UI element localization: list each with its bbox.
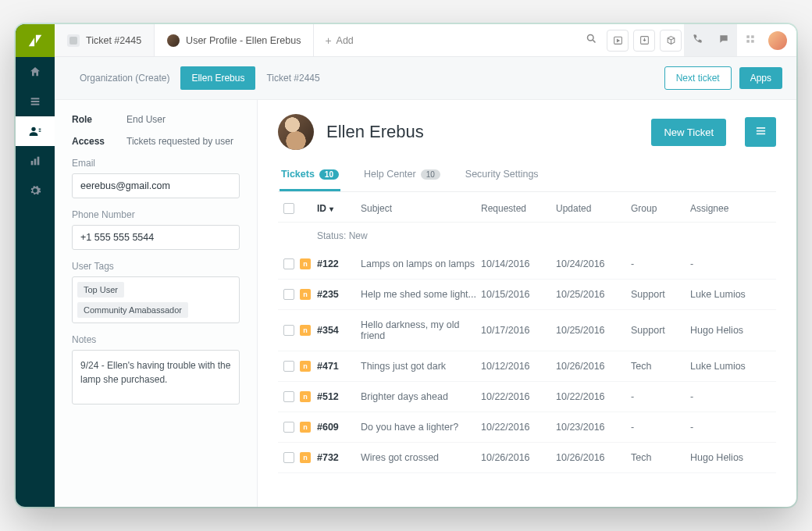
email-label: Email — [72, 158, 240, 169]
toolbar-search[interactable] — [578, 24, 604, 56]
ticket-updated: 10/26/2016 — [556, 452, 631, 463]
ticket-row[interactable]: n#471Things just got dark10/12/201610/26… — [278, 351, 776, 382]
sidebar-reports[interactable] — [16, 146, 55, 176]
tab-add-label: Add — [337, 35, 354, 46]
col-subject[interactable]: Subject — [361, 203, 481, 214]
user-menu-button[interactable] — [745, 117, 776, 147]
ticket-updated: 10/26/2016 — [556, 361, 631, 372]
row-checkbox[interactable] — [283, 452, 294, 463]
ticket-row[interactable]: n#122Lamps on lamps on lamps10/14/201610… — [278, 249, 776, 280]
subtab-user[interactable]: Ellen Erebus — [180, 66, 255, 90]
row-checkbox[interactable] — [283, 361, 294, 372]
ticket-row[interactable]: n#354Hello darkness, my old friend10/17/… — [278, 310, 776, 351]
ticket-updated: 10/25/2016 — [556, 289, 631, 300]
subtab-organization[interactable]: Organization (Create) — [69, 66, 180, 90]
ptab-help-center[interactable]: Help Center 10 — [362, 161, 442, 191]
user-tags-field[interactable]: Top User Community Amabassador — [72, 276, 240, 323]
tab-ticket-2445[interactable]: Ticket #2445 — [55, 24, 155, 56]
col-id[interactable]: ID ▾ — [317, 203, 361, 214]
user-details-panel: Role End User Access Tickets requested b… — [55, 100, 258, 507]
ticket-id: #471 — [317, 361, 361, 372]
role-label: Role — [72, 114, 126, 125]
toolbar-call[interactable] — [684, 24, 710, 56]
tab-user-profile[interactable]: User Profile - Ellen Erebus — [155, 24, 314, 56]
ptab-label: Tickets — [281, 169, 315, 180]
ticket-assignee: Luke Lumios — [690, 361, 776, 372]
tickets-table-header: ID ▾ Subject Requested Updated Group Ass… — [278, 192, 776, 223]
select-all-checkbox[interactable] — [283, 203, 294, 214]
notes-field[interactable]: 9/24 - Ellen's having trouble with the l… — [72, 350, 240, 404]
svg-rect-9 — [69, 37, 77, 45]
row-checkbox[interactable] — [283, 258, 294, 269]
user-avatar[interactable] — [278, 114, 314, 150]
col-group[interactable]: Group — [631, 203, 690, 214]
ticket-status-icon: n — [300, 289, 311, 300]
new-ticket-button[interactable]: New Ticket — [651, 119, 726, 146]
ticket-requested: 10/15/2016 — [481, 289, 556, 300]
toolbar-app1[interactable] — [604, 24, 631, 56]
user-main-panel: Ellen Erebus New Ticket Tickets 10 Help … — [258, 100, 796, 507]
svg-rect-19 — [756, 134, 764, 135]
ticket-subject: Wires got crossed — [361, 452, 481, 463]
ticket-row[interactable]: n#609Do you have a lighter?10/22/201610/… — [278, 412, 776, 443]
ticket-subject: Help me shed some light... — [361, 289, 481, 300]
ticket-status-icon: n — [300, 422, 311, 433]
ptab-help-badge: 10 — [421, 169, 440, 180]
row-checkbox[interactable] — [283, 289, 294, 300]
svg-rect-6 — [31, 161, 34, 165]
tab-add[interactable]: + Add — [314, 24, 364, 56]
package-icon — [660, 30, 682, 52]
ticket-subject: Things just got dark — [361, 361, 481, 372]
col-requested[interactable]: Requested — [481, 203, 556, 214]
ticket-requested: 10/26/2016 — [481, 452, 556, 463]
toolbar-chat[interactable] — [710, 24, 737, 56]
col-assignee[interactable]: Assignee — [690, 203, 776, 214]
svg-rect-17 — [756, 127, 764, 129]
row-checkbox[interactable] — [283, 422, 294, 433]
tag[interactable]: Top User — [77, 282, 124, 298]
ticket-updated: 10/22/2016 — [556, 391, 631, 402]
download-icon — [633, 30, 655, 52]
ptab-security[interactable]: Security Settings — [464, 161, 540, 191]
toolbar-apps-grid[interactable] — [737, 24, 764, 56]
access-label: Access — [72, 136, 126, 147]
ticket-row[interactable]: n#512Brighter days ahead10/22/201610/22/… — [278, 382, 776, 412]
profile-tabs: Tickets 10 Help Center 10 Security Setti… — [278, 161, 776, 192]
tab-bar: Ticket #2445 User Profile - Ellen Erebus… — [55, 24, 796, 57]
tag[interactable]: Community Amabassador — [77, 302, 188, 318]
ticket-row[interactable]: n#235Help me shed some light...10/15/201… — [278, 280, 776, 310]
sidebar-views[interactable] — [16, 87, 55, 116]
chevron-down-icon: ▾ — [329, 205, 333, 213]
toolbar-app3[interactable] — [657, 24, 684, 56]
sidebar-home[interactable] — [16, 57, 55, 87]
user-name: Ellen Erebus — [326, 122, 639, 142]
sidebar-settings[interactable] — [16, 176, 55, 205]
svg-rect-0 — [31, 98, 40, 99]
row-checkbox[interactable] — [283, 325, 294, 336]
ticket-row[interactable]: n#732Wires got crossed10/26/201610/26/20… — [278, 443, 776, 473]
row-checkbox[interactable] — [283, 391, 294, 402]
phone-label: Phone Number — [72, 209, 240, 220]
ticket-subject: Hello darkness, my old friend — [361, 319, 481, 341]
toolbar-app2[interactable] — [631, 24, 657, 56]
ticket-status-icon: n — [300, 361, 311, 372]
svg-rect-14 — [751, 35, 754, 38]
phone-field[interactable] — [72, 225, 240, 250]
ticket-updated: 10/25/2016 — [556, 325, 631, 336]
current-user-avatar[interactable] — [768, 31, 787, 50]
svg-rect-8 — [37, 157, 40, 166]
ticket-id: #235 — [317, 289, 361, 300]
brand-logo[interactable] — [16, 24, 55, 57]
subtab-ticket[interactable]: Ticket #2445 — [255, 66, 330, 90]
col-updated[interactable]: Updated — [556, 203, 631, 214]
ticket-id: #354 — [317, 325, 361, 336]
ticket-subject: Brighter days ahead — [361, 391, 481, 402]
sidebar-users[interactable] — [16, 116, 55, 146]
ticket-assignee: - — [690, 258, 776, 269]
chat-icon — [718, 34, 729, 48]
tab-label: Ticket #2445 — [86, 35, 141, 46]
apps-button[interactable]: Apps — [739, 67, 782, 89]
ptab-tickets[interactable]: Tickets 10 — [280, 161, 340, 191]
next-ticket-button[interactable]: Next ticket — [664, 66, 732, 90]
email-field[interactable] — [72, 173, 240, 198]
